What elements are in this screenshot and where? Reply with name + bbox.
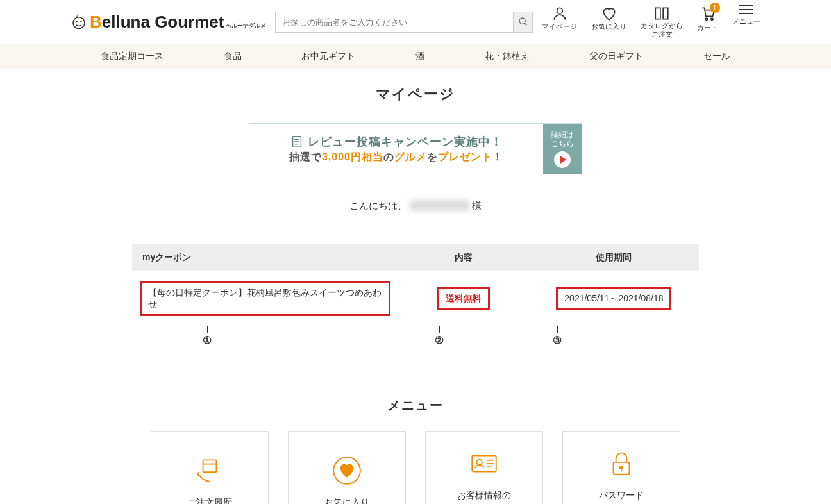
id-card-icon (468, 448, 500, 480)
search-icon (518, 17, 528, 27)
annotation-3: ③ (553, 326, 562, 346)
mypage-label: マイページ (542, 22, 577, 31)
user-name-blurred: XXXX XXXX (410, 200, 469, 211)
coupon-content-cell: 送料無料 (398, 271, 528, 326)
cart-icon-wrap: 1 (700, 5, 716, 23)
favorite-link[interactable]: お気に入り (591, 5, 626, 38)
svg-point-1 (76, 21, 78, 22)
cart-badge: 1 (710, 3, 720, 13)
package-icon (194, 455, 226, 487)
heart-circle-icon (331, 455, 363, 487)
coupon-table: myクーポン 内容 使用期間 【母の日特定クーポン】花柄風呂敷包みスイーツつめあ… (132, 244, 699, 326)
banner-line2: 抽選で3,000円相当のグルメをプレゼント！ (289, 151, 503, 164)
banner-line1: レビュー投稿キャンペーン実施中！ (290, 134, 503, 149)
svg-point-7 (710, 18, 712, 20)
nav-item[interactable]: 花・鉢植え (480, 44, 535, 69)
header-icons: マイページ お気に入り カタログからご注文 1 カート メニュー (542, 5, 760, 38)
annotation-1: ① (203, 326, 212, 346)
menu-card-label: お客様情報の確認・変更 (457, 489, 511, 504)
note-icon (290, 135, 304, 149)
coupon-name-highlight: 【母の日特定クーポン】花柄風呂敷包みスイーツつめあわせ (140, 281, 390, 316)
svg-rect-12 (203, 460, 217, 472)
nav: 食品定期コース 食品 お中元ギフト 酒 花・鉢植え 父の日ギフト セール (0, 44, 831, 69)
logo-text: Belluna Gourmet ベルーナグルメ (90, 12, 266, 32)
logo[interactable]: Belluna Gourmet ベルーナグルメ (71, 12, 266, 32)
hamburger-icon (739, 5, 753, 14)
cart-label: カート (697, 23, 718, 33)
catalog-label: カタログからご注文 (641, 22, 683, 38)
header: Belluna Gourmet ベルーナグルメ マイページ お気に入り カタログ… (0, 0, 831, 44)
banner-detail-text: 詳細はこちら (551, 130, 574, 149)
nav-item[interactable]: 食品 (219, 44, 247, 69)
book-icon (653, 5, 670, 22)
th-period: 使用期間 (529, 244, 699, 271)
logo-rest: elluna Gourmet (102, 12, 224, 32)
menu-card-customer[interactable]: お客様情報の確認・変更 (425, 431, 543, 504)
nav-item[interactable]: 食品定期コース (96, 44, 169, 69)
svg-point-21 (620, 467, 623, 469)
heart-icon (601, 5, 617, 22)
play-icon (554, 151, 571, 168)
menu-card-orders[interactable]: ご注文履歴 (151, 431, 269, 504)
lock-icon (605, 448, 637, 480)
logo-sub: ベルーナグルメ (226, 22, 266, 30)
menu-button[interactable]: メニュー (732, 5, 760, 38)
nav-item[interactable]: 酒 (410, 44, 430, 69)
search (275, 12, 533, 33)
table-row: 【母の日特定クーポン】花柄風呂敷包みスイーツつめあわせ 送料無料 2021/05… (132, 271, 699, 326)
nav-item[interactable]: 父の日ギフト (584, 44, 648, 69)
mypage-link[interactable]: マイページ (542, 5, 577, 38)
page-title: マイページ (0, 85, 831, 104)
annotation-2: ② (435, 326, 444, 346)
menu-title: メニュー (0, 397, 831, 414)
th-coupon: myクーポン (132, 244, 398, 271)
logo-b: B (90, 12, 102, 32)
svg-point-5 (557, 8, 562, 13)
menu-label: メニュー (732, 17, 760, 26)
nav-item[interactable]: セール (698, 44, 735, 69)
svg-point-2 (80, 21, 81, 22)
menu-card-label: ご注文履歴 (187, 496, 232, 504)
cart-link[interactable]: 1 カート (697, 5, 718, 38)
menu-card-password[interactable]: パスワード変更 (562, 431, 680, 504)
menu-card-label: お気に入り (324, 496, 369, 504)
nav-item[interactable]: お中元ギフト (296, 44, 360, 69)
user-icon (551, 5, 568, 22)
svg-point-16 (477, 460, 482, 465)
menu-grid: ご注文履歴 お気に入り お客様情報の確認・変更 パスワード変更 (0, 431, 831, 504)
coupon-content-highlight: 送料無料 (437, 287, 490, 310)
catalog-link[interactable]: カタログからご注文 (641, 5, 683, 38)
search-input[interactable] (275, 12, 514, 33)
svg-point-3 (519, 18, 525, 24)
svg-point-6 (705, 18, 707, 20)
banner-detail: 詳細はこちら (543, 124, 582, 174)
th-content: 内容 (398, 244, 528, 271)
svg-point-0 (73, 17, 85, 29)
banner-content: レビュー投稿キャンペーン実施中！ 抽選で3,000円相当のグルメをプレゼント！ (249, 124, 543, 174)
favorite-label: お気に入り (591, 22, 626, 31)
greeting-prefix: こんにちは、 (349, 200, 407, 211)
greeting: こんにちは、 XXXX XXXX 様 (0, 200, 831, 212)
annotations: ① ② ③ (132, 326, 699, 352)
search-button[interactable] (514, 12, 533, 33)
logo-smiley-icon (71, 13, 87, 30)
coupon-period-highlight: 2021/05/11～2021/08/18 (556, 287, 671, 310)
svg-line-4 (525, 23, 526, 25)
campaign-banner[interactable]: レビュー投稿キャンペーン実施中！ 抽選で3,000円相当のグルメをプレゼント！ … (249, 123, 582, 174)
table-header-row: myクーポン 内容 使用期間 (132, 244, 699, 271)
menu-card-label: パスワード変更 (599, 489, 644, 504)
coupon-name-cell: 【母の日特定クーポン】花柄風呂敷包みスイーツつめあわせ (132, 271, 398, 326)
menu-card-favorite[interactable]: お気に入り (288, 431, 406, 504)
greeting-suffix: 様 (472, 200, 482, 211)
coupon-period-cell: 2021/05/11～2021/08/18 (529, 271, 699, 326)
